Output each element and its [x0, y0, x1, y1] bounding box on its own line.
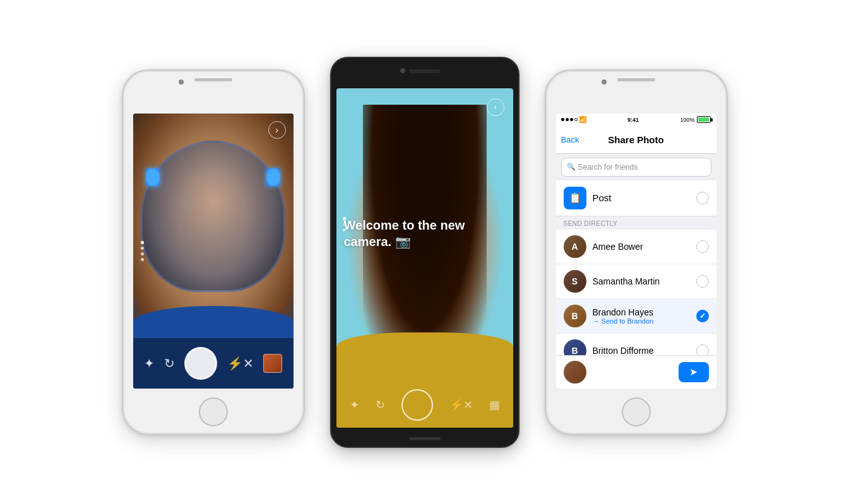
nav-title: Share Photo: [608, 134, 663, 145]
contact-info-3: Britton Difforme: [593, 346, 690, 355]
send-button[interactable]: ➤: [679, 362, 709, 382]
contact-row-0[interactable]: A Amee Bower: [556, 230, 716, 264]
post-label: Post: [593, 192, 690, 203]
status-right: 100%: [680, 116, 711, 123]
contact-info-0: Amee Bower: [593, 242, 690, 252]
iphone-1: › ✦ ↻ ⚡✕: [122, 69, 305, 435]
android-home-bar[interactable]: [409, 437, 441, 440]
phone1-wrapper: › ✦ ↻ ⚡✕: [122, 69, 305, 435]
next-arrow-2[interactable]: ›: [487, 98, 504, 116]
helmet-light-left: [146, 168, 160, 186]
post-radio[interactable]: [696, 192, 709, 204]
front-camera-3: [602, 79, 607, 85]
signal-dot-2: [566, 118, 569, 121]
flip-icon[interactable]: ↻: [164, 356, 175, 371]
nav-header: Back Share Photo: [556, 126, 716, 154]
camera-bottom-bar-2: ✦ ↻ ⚡✕ ▦: [336, 382, 513, 428]
search-icon: 🔍: [567, 163, 576, 171]
avatar-brandon: B: [564, 305, 586, 327]
shutter-button-1[interactable]: [184, 347, 217, 380]
flash-off-icon[interactable]: ⚡✕: [227, 356, 254, 371]
helmet-light-right: [266, 168, 280, 186]
status-bar: 📶 9:41 100%: [556, 114, 716, 126]
section-label: SEND DIRECTLY: [556, 216, 716, 230]
screen-3: 📶 9:41 100% Back Share Photo: [556, 114, 716, 389]
radio-0[interactable]: [696, 240, 709, 253]
signal-dot-1: [561, 118, 564, 121]
radio-2-selected[interactable]: [696, 310, 709, 322]
camera-welcome-screen: › Welcome to the new camera. 📷 ✦ ↻ ⚡✕ ▦: [336, 88, 513, 428]
flash-off-icon-2[interactable]: ⚡✕: [449, 398, 473, 412]
post-icon-symbol: 📋: [569, 192, 581, 204]
contact-sub-2: → Send to Brandon: [593, 317, 690, 325]
iphone-3: 📶 9:41 100% Back Share Photo: [545, 69, 728, 435]
front-camera-2: [400, 68, 405, 73]
dot-4: [141, 258, 144, 261]
battery-percent: 100%: [680, 117, 694, 123]
post-icon: 📋: [564, 187, 586, 209]
share-photo-screen: 📶 9:41 100% Back Share Photo: [556, 114, 716, 389]
search-placeholder: Search for friends: [578, 163, 638, 172]
contact-name-2: Brandon Hayes: [593, 307, 690, 317]
dot-1: [141, 241, 144, 244]
helmet-ar-overlay: [141, 141, 285, 292]
status-time: 9:41: [627, 117, 639, 123]
back-button[interactable]: Back: [561, 135, 579, 144]
home-button-3[interactable]: [622, 397, 651, 426]
screen-2: › Welcome to the new camera. 📷 ✦ ↻ ⚡✕ ▦: [336, 88, 513, 428]
battery-fill: [698, 117, 708, 122]
contact-row-3[interactable]: B Britton Difforme: [556, 334, 716, 355]
contact-name-1: Samantha Martin: [593, 276, 690, 286]
radio-3[interactable]: [696, 344, 709, 355]
send-icon: ➤: [689, 366, 698, 378]
gallery-thumbnail-1[interactable]: [263, 354, 282, 373]
battery-icon: [697, 116, 711, 123]
effects-icon-2[interactable]: ✦: [350, 398, 359, 412]
contact-row-2[interactable]: B Brandon Hayes → Send to Brandon: [556, 299, 716, 334]
shutter-button-2[interactable]: [401, 389, 433, 421]
home-button-1[interactable]: [199, 397, 228, 426]
avatar-britton: B: [564, 339, 586, 355]
camera-ar-screen: › ✦ ↻ ⚡✕: [133, 114, 294, 389]
next-arrow-1[interactable]: ›: [268, 121, 286, 139]
wifi-icon: 📶: [579, 116, 586, 123]
phone3-wrapper: 📶 9:41 100% Back Share Photo: [545, 69, 728, 435]
contact-info-1: Samantha Martin: [593, 276, 690, 286]
dot-3: [141, 252, 144, 255]
bottom-bar: ➤: [556, 355, 716, 389]
contact-info-2: Brandon Hayes → Send to Brandon: [593, 307, 690, 325]
front-camera-1: [179, 79, 184, 85]
gallery-icon-2[interactable]: ▦: [489, 398, 500, 412]
screen-1: › ✦ ↻ ⚡✕: [133, 114, 294, 389]
avatar-amee: A: [564, 235, 586, 258]
contact-row-1[interactable]: S Samantha Martin: [556, 264, 716, 299]
contacts-list: 📋 Post SEND DIRECTLY A Amee Bower: [556, 180, 716, 355]
contact-name-3: Britton Difforme: [593, 346, 690, 355]
status-left: 📶: [561, 116, 586, 123]
flip-icon-2[interactable]: ↻: [376, 398, 385, 412]
avatar-samantha: S: [564, 270, 586, 293]
radio-1[interactable]: [696, 275, 709, 288]
effects-icon[interactable]: ✦: [144, 356, 155, 371]
bottom-avatar: [564, 361, 586, 384]
search-bar[interactable]: 🔍 Search for friends: [561, 158, 711, 177]
android-phone: › Welcome to the new camera. 📷 ✦ ↻ ⚡✕ ▦: [330, 57, 519, 448]
signal-dot-3: [570, 118, 573, 121]
welcome-text: Welcome to the new camera. 📷: [344, 217, 488, 250]
contact-name-0: Amee Bower: [593, 242, 690, 252]
dot-2: [141, 247, 144, 250]
post-row[interactable]: 📋 Post: [556, 180, 716, 216]
signal-dot-4: [574, 118, 578, 121]
phone2-wrapper: › Welcome to the new camera. 📷 ✦ ↻ ⚡✕ ▦: [330, 57, 519, 448]
camera-bottom-bar-1: ✦ ↻ ⚡✕: [133, 338, 294, 389]
page-dots-1: [141, 241, 144, 261]
